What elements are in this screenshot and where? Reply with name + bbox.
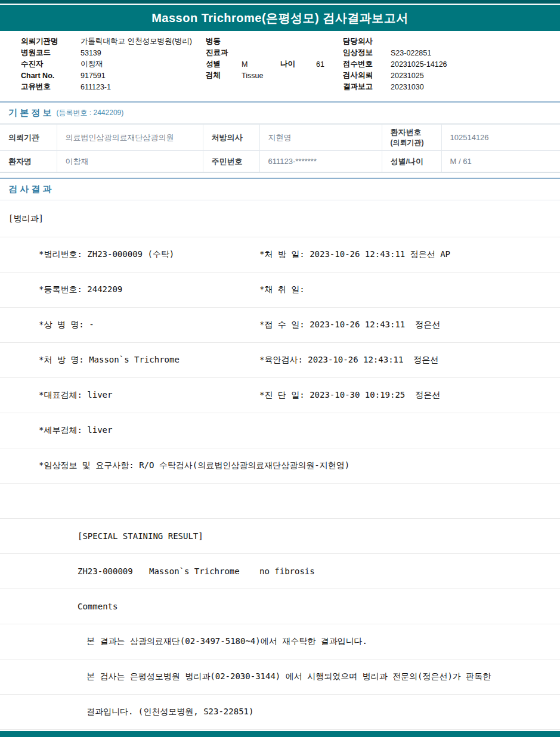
field-label: 임상정보 xyxy=(343,48,391,58)
result-text: *세부검체: liver xyxy=(39,425,112,436)
cell-label: 주민번호 xyxy=(203,151,259,172)
registration-number: (등록번호 : 2442209) xyxy=(57,108,124,118)
field-value: 20231025-14126 xyxy=(391,60,447,69)
top-accent-strip xyxy=(0,0,560,4)
field-label: 의뢰기관명 xyxy=(21,36,81,47)
field-row: 의뢰기관명가톨릭대학교 인천성모병원(병리) xyxy=(21,36,192,47)
cell-label: 의뢰기관 xyxy=(0,125,57,151)
field-value: 611123-1 xyxy=(81,83,111,91)
result-row: [SPECIAL STAINING RESULT] xyxy=(0,519,560,554)
result-text: 본 결과는 삼광의료재단(02-3497-5180~4)에서 재수탁한 결과입니… xyxy=(86,636,367,647)
field-row: 병동 xyxy=(206,36,324,47)
field-row: 결과보고20231030 xyxy=(343,81,447,92)
result-row: 본 검사는 은평성모병원 병리과(02-2030-3144) 에서 시행되었으며… xyxy=(0,659,560,695)
cell-label: 처방의사 xyxy=(203,125,259,151)
field-value: 20231030 xyxy=(391,83,424,91)
cell-label: 환자번호 (의뢰기관) xyxy=(382,125,441,151)
result-text: *접 수 일: 2023-10-26 12:43:11 정은선 xyxy=(259,320,440,330)
table-row: 환자명 이창재 주민번호 611123-******* 성별/나이 M / 61 xyxy=(0,151,560,172)
field-value: 이창재 xyxy=(81,59,103,69)
cell-value: 102514126 xyxy=(441,125,560,151)
basic-info-table: 의뢰기관 의료법인삼광의료재단삼광의원 처방의사 지현영 환자번호 (의뢰기관)… xyxy=(0,124,560,172)
result-text: *등록번호: 2442209 xyxy=(39,284,122,295)
result-text: *처 방 명: Masson`s Trichrome xyxy=(39,355,180,366)
field-value: Tissue xyxy=(242,72,263,80)
cell-label: 성별/나이 xyxy=(382,151,441,172)
field-value: 61 xyxy=(316,60,324,69)
section-title: 검 사 결 과 xyxy=(8,184,52,195)
result-row: *병리번호: ZH23-000009 (수탁) *처 방 일: 2023-10-… xyxy=(0,237,560,272)
result-text: Comments xyxy=(78,602,117,611)
field-value: S23-022851 xyxy=(391,49,431,57)
result-text: 결과입니다. (인천성모병원, S23-22851) xyxy=(86,707,253,717)
cell-label: 환자명 xyxy=(0,151,57,172)
field-row: 접수번호20231025-14126 xyxy=(343,58,447,70)
result-row: *임상정보 및 요구사항: R/O 수탁검사(의료법인삼광의료재단삼광의원-지현… xyxy=(0,448,560,484)
field-row: Chart No.917591 xyxy=(21,70,192,81)
test-result-header: 검 사 결 과 xyxy=(0,179,560,200)
field-label: 고유번호 xyxy=(21,82,81,92)
field-label: 나이 xyxy=(280,59,316,69)
field-label: 수진자 xyxy=(21,59,81,69)
result-text: *병리번호: ZH23-000009 (수탁) xyxy=(39,249,174,260)
result-row: 결과입니다. (인천성모병원, S23-22851) xyxy=(0,695,560,730)
report-title-bar: Masson Trichrome(은평성모) 검사결과보고서 xyxy=(0,5,560,31)
visit-info-column: 병동 진료과 성별 M 나이 61 검체Tissue xyxy=(206,36,324,81)
field-label: 접수번호 xyxy=(343,59,391,69)
result-text: *채 취 일: xyxy=(259,284,305,295)
result-text: [SPECIAL STAINING RESULT] xyxy=(78,531,203,541)
result-text: *처 방 일: 2023-10-26 12:43:11 정은선 AP xyxy=(259,249,450,260)
field-value: 53139 xyxy=(81,49,101,57)
department-row: [병리과] xyxy=(0,200,560,237)
basic-info-section: 기 본 정 보 (등록번호 : 2442209) 의뢰기관 의료법인삼광의료재단… xyxy=(0,101,560,173)
field-label: 결과보고 xyxy=(343,82,391,92)
test-result-section: 검 사 결 과 [병리과] *병리번호: ZH23-000009 (수탁) *처… xyxy=(0,178,560,730)
field-row: 수진자이창재 xyxy=(21,58,192,70)
field-row: 검체Tissue xyxy=(206,70,324,81)
result-text: *육안검사: 2023-10-26 12:43:11 정은선 xyxy=(259,355,438,366)
field-row: 병원코드53139 xyxy=(21,47,192,58)
bottom-accent-strip xyxy=(0,731,560,737)
result-row: *세부검체: liver xyxy=(0,413,560,448)
result-text: *진 단 일: 2023-10-30 10:19:25 정은선 xyxy=(259,390,440,401)
report-title: Masson Trichrome(은평성모) 검사결과보고서 xyxy=(151,10,409,26)
field-value: 20231025 xyxy=(391,72,424,80)
cell-value: 이창재 xyxy=(57,151,203,172)
result-text: *임상정보 및 요구사항: R/O 수탁검사(의료법인삼광의료재단삼광의원-지현… xyxy=(39,460,349,471)
department-label: [병리과] xyxy=(8,213,44,224)
field-label: 병원코드 xyxy=(21,48,81,58)
field-row: 고유번호611123-1 xyxy=(21,81,192,92)
result-row: 본 결과는 삼광의료재단(02-3497-5180~4)에서 재수탁한 결과입니… xyxy=(0,624,560,659)
result-text: ZH23-000009 xyxy=(78,566,133,576)
cell-value: 의료법인삼광의료재단삼광의원 xyxy=(57,125,203,151)
cell-value: 지현영 xyxy=(259,125,382,151)
field-row: 진료과 xyxy=(206,47,324,58)
field-label: Chart No. xyxy=(21,72,81,80)
result-row: ZH23-000009 Masson`s Trichrome no fibros… xyxy=(0,554,560,589)
result-text: no fibrosis xyxy=(259,566,315,576)
field-row: 검사의뢰20231025 xyxy=(343,70,447,81)
result-text: *대표검체: liver xyxy=(39,390,112,401)
cell-value: M / 61 xyxy=(441,151,560,172)
result-text: *상 병 명: - xyxy=(39,320,94,330)
basic-info-header: 기 본 정 보 (등록번호 : 2442209) xyxy=(0,103,560,124)
field-label: 담당의사 xyxy=(343,36,391,47)
result-row: *대표검체: liver *진 단 일: 2023-10-30 10:19:25… xyxy=(0,378,560,413)
section-title: 기 본 정 보 xyxy=(8,107,52,119)
field-value: 가톨릭대학교 인천성모병원(병리) xyxy=(81,36,192,47)
field-label: 검사의뢰 xyxy=(343,70,391,80)
field-label: 검체 xyxy=(206,70,242,80)
report-id-header: 의뢰기관명가톨릭대학교 인천성모병원(병리) 병원코드53139 수진자이창재 … xyxy=(0,31,560,101)
result-text: 본 검사는 은평성모병원 병리과(02-2030-3144) 에서 시행되었으며… xyxy=(86,671,491,682)
result-row: Comments xyxy=(0,589,560,624)
order-info-column: 담당의사 임상정보S23-022851 접수번호20231025-14126 검… xyxy=(343,36,447,92)
result-row: *처 방 명: Masson`s Trichrome *육안검사: 2023-1… xyxy=(0,343,560,378)
field-label: 진료과 xyxy=(206,48,242,58)
field-value: M xyxy=(242,60,280,69)
field-label: 성별 xyxy=(206,59,242,69)
result-row-empty xyxy=(0,484,560,519)
result-text: Masson`s Trichrome xyxy=(149,566,240,576)
field-row: 성별 M 나이 61 xyxy=(206,58,324,70)
table-row: 의뢰기관 의료법인삼광의료재단삼광의원 처방의사 지현영 환자번호 (의뢰기관)… xyxy=(0,125,560,151)
patient-info-column: 의뢰기관명가톨릭대학교 인천성모병원(병리) 병원코드53139 수진자이창재 … xyxy=(21,36,192,92)
